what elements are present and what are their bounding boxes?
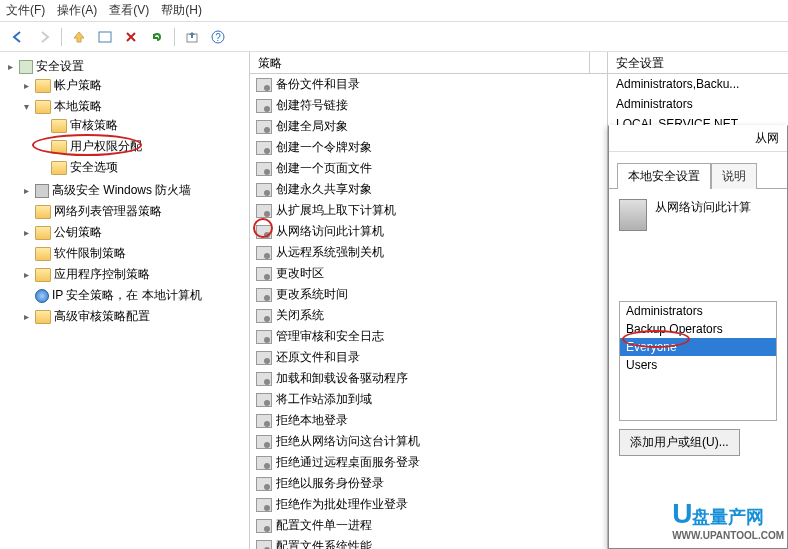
tree-user-rights[interactable]: 用户权限分配 — [36, 138, 247, 155]
up-icon[interactable] — [67, 26, 91, 48]
policy-label: 创建全局对象 — [276, 118, 348, 135]
folder-icon — [35, 100, 51, 114]
help-icon[interactable]: ? — [206, 26, 230, 48]
refresh-icon[interactable] — [145, 26, 169, 48]
policy-icon — [256, 456, 272, 470]
tree-appctrl[interactable]: ▸应用程序控制策略 — [20, 266, 247, 283]
policy-row[interactable]: 管理审核和安全日志 — [250, 326, 607, 347]
properties-dialog: 从网 本地安全设置 说明 从网络访问此计算 AdministratorsBack… — [608, 125, 788, 549]
group-item[interactable]: Administrators — [620, 302, 776, 320]
tree-audit[interactable]: 审核策略 — [36, 117, 247, 134]
policy-row[interactable]: 从远程系统强制关机 — [250, 242, 607, 263]
tree-label: 网络列表管理器策略 — [54, 203, 162, 220]
tree-pane: ▸安全设置 ▸帐户策略 ▾本地策略 审核策略 用户权限分配 安全选项 ▸高级安全… — [0, 52, 250, 549]
policy-label: 更改系统时间 — [276, 286, 348, 303]
tree-software[interactable]: 软件限制策略 — [20, 245, 247, 262]
folder-icon — [35, 310, 51, 324]
tab-explain[interactable]: 说明 — [711, 163, 757, 189]
col-policy[interactable]: 策略 — [250, 52, 590, 73]
tree-label: 软件限制策略 — [54, 245, 126, 262]
policy-row[interactable]: 拒绝从网络访问这台计算机 — [250, 431, 607, 452]
toolbar: ? — [0, 22, 788, 52]
policy-label: 配置文件单一进程 — [276, 517, 372, 534]
tree-account[interactable]: ▸帐户策略 — [20, 77, 247, 94]
tree-audit-cfg[interactable]: ▸高级审核策略配置 — [20, 308, 247, 325]
policy-row[interactable]: 还原文件和目录 — [250, 347, 607, 368]
policy-label: 配置文件系统性能 — [276, 538, 372, 549]
policy-icon — [256, 519, 272, 533]
folder-icon — [35, 226, 51, 240]
menu-view[interactable]: 查看(V) — [109, 2, 149, 19]
tree-security-opts[interactable]: 安全选项 — [36, 159, 247, 176]
menu-help[interactable]: 帮助(H) — [161, 2, 202, 19]
policy-list[interactable]: 备份文件和目录创建符号链接创建全局对象创建一个令牌对象创建一个页面文件创建永久共… — [250, 74, 607, 549]
policy-row[interactable]: 从扩展坞上取下计算机 — [250, 200, 607, 221]
policy-row[interactable]: 创建一个页面文件 — [250, 158, 607, 179]
policy-row[interactable]: 加载和卸载设备驱动程序 — [250, 368, 607, 389]
policy-row[interactable]: 创建全局对象 — [250, 116, 607, 137]
group-item[interactable]: Everyone — [620, 338, 776, 356]
policy-row[interactable]: 创建一个令牌对象 — [250, 137, 607, 158]
menu-action[interactable]: 操作(A) — [57, 2, 97, 19]
policy-row[interactable]: 配置文件单一进程 — [250, 515, 607, 536]
setting-value: Administrators,Backu... — [608, 74, 788, 94]
policy-row[interactable]: 创建符号链接 — [250, 95, 607, 116]
policy-row[interactable]: 备份文件和目录 — [250, 74, 607, 95]
policy-row[interactable]: 更改时区 — [250, 263, 607, 284]
policy-icon — [256, 540, 272, 550]
policy-row[interactable]: 拒绝本地登录 — [250, 410, 607, 431]
folder-icon — [35, 205, 51, 219]
tab-local-security[interactable]: 本地安全设置 — [617, 163, 711, 189]
firewall-icon — [35, 184, 49, 198]
tree-netlist[interactable]: 网络列表管理器策略 — [20, 203, 247, 220]
policy-row[interactable]: 拒绝通过远程桌面服务登录 — [250, 452, 607, 473]
delete-icon[interactable] — [119, 26, 143, 48]
policy-icon — [256, 477, 272, 491]
folder-icon — [35, 247, 51, 261]
policy-row[interactable]: 从网络访问此计算机 — [250, 221, 607, 242]
policy-label: 创建符号链接 — [276, 97, 348, 114]
policy-row[interactable]: 拒绝作为批处理作业登录 — [250, 494, 607, 515]
tree-label: 帐户策略 — [54, 77, 102, 94]
policy-label: 关闭系统 — [276, 307, 324, 324]
policy-icon — [256, 393, 272, 407]
folder-icon — [51, 140, 67, 154]
group-item[interactable]: Backup Operators — [620, 320, 776, 338]
back-icon[interactable] — [6, 26, 30, 48]
col-setting[interactable]: 安全设置 — [608, 52, 788, 74]
group-item[interactable]: Users — [620, 356, 776, 374]
policy-row[interactable]: 关闭系统 — [250, 305, 607, 326]
policy-row[interactable]: 配置文件系统性能 — [250, 536, 607, 549]
tree-pubkey[interactable]: ▸公钥策略 — [20, 224, 247, 241]
policy-row[interactable]: 创建永久共享对象 — [250, 179, 607, 200]
tab-bar: 本地安全设置 说明 — [609, 152, 787, 189]
menubar: 文件(F) 操作(A) 查看(V) 帮助(H) — [0, 0, 788, 22]
policy-icon — [256, 498, 272, 512]
menu-file[interactable]: 文件(F) — [6, 2, 45, 19]
policy-label: 备份文件和目录 — [276, 76, 360, 93]
tree-label: 高级安全 Windows 防火墙 — [52, 182, 191, 199]
group-listbox[interactable]: AdministratorsBackup OperatorsEveryoneUs… — [619, 301, 777, 421]
policy-icon — [256, 225, 272, 239]
export-icon[interactable] — [180, 26, 204, 48]
separator — [174, 28, 175, 46]
policy-row[interactable]: 拒绝以服务身份登录 — [250, 473, 607, 494]
tree-firewall[interactable]: ▸高级安全 Windows 防火墙 — [20, 182, 247, 199]
security-icon — [19, 60, 33, 74]
setting-value: Administrators — [608, 94, 788, 114]
tree-local[interactable]: ▾本地策略 — [20, 98, 247, 115]
policy-label: 创建一个页面文件 — [276, 160, 372, 177]
tree-ipsec[interactable]: IP 安全策略，在 本地计算机 — [20, 287, 247, 304]
tree-root[interactable]: ▸安全设置 — [4, 58, 247, 75]
globe-icon — [35, 289, 49, 303]
policy-icon — [256, 141, 272, 155]
policy-label: 拒绝作为批处理作业登录 — [276, 496, 408, 513]
policy-row[interactable]: 更改系统时间 — [250, 284, 607, 305]
policy-row[interactable]: 将工作站添加到域 — [250, 389, 607, 410]
tree[interactable]: ▸安全设置 ▸帐户策略 ▾本地策略 审核策略 用户权限分配 安全选项 ▸高级安全… — [2, 56, 247, 329]
add-user-button[interactable]: 添加用户或组(U)... — [619, 429, 740, 456]
forward-icon[interactable] — [32, 26, 56, 48]
policy-icon — [256, 162, 272, 176]
watermark: U盘量产网 WWW.UPANTOOL.COM — [672, 498, 784, 541]
props-icon[interactable] — [93, 26, 117, 48]
